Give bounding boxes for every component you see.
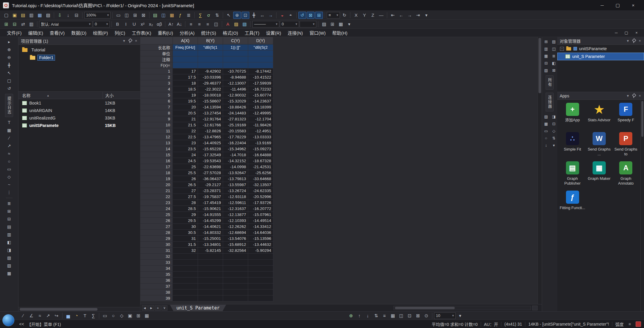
data-cell[interactable]: -17.45419 xyxy=(198,200,223,206)
close-button[interactable]: × xyxy=(625,0,641,10)
data-cell[interactable]: 17 xyxy=(173,68,198,74)
app-send-graphs-to-word[interactable]: WSend Graphs ... xyxy=(586,132,612,160)
data-cell[interactable]: 30.5 xyxy=(173,230,198,236)
zoom-in-tool-icon[interactable]: ⊕ xyxy=(5,46,13,53)
panel-menu-icon[interactable]: ▾ xyxy=(626,39,630,43)
decrease-font-icon[interactable]: A↓ xyxy=(176,21,183,28)
shape-diamond-icon[interactable]: ◇ xyxy=(118,312,126,319)
data-cell[interactable]: -12.31637 xyxy=(223,206,248,212)
data-cell[interactable]: 21.5 xyxy=(173,122,198,128)
data-cell[interactable]: -21.42531 xyxy=(248,164,273,170)
connector-tab[interactable]: 连接器 xyxy=(546,93,554,111)
data-cell[interactable] xyxy=(198,254,223,260)
data-cell[interactable]: -12.4951 xyxy=(248,128,273,134)
tree-item-tutorial[interactable]: Tutorial xyxy=(19,46,140,54)
shape-rect-icon[interactable]: ▭ xyxy=(101,312,109,319)
data-cell[interactable]: -14.23637 xyxy=(248,98,273,104)
data-cell[interactable] xyxy=(173,254,198,260)
subscript-icon[interactable]: x₂ xyxy=(147,21,155,28)
row-number[interactable]: 6 xyxy=(141,98,173,104)
open-icon[interactable]: ▤ xyxy=(19,12,27,19)
region-tool-icon[interactable]: ⋮ xyxy=(5,189,13,196)
data-cell[interactable]: 22.5 xyxy=(173,134,198,140)
underline-icon[interactable]: U xyxy=(130,21,138,28)
last-record-icon[interactable]: ⇥ xyxy=(414,12,422,19)
data-cell[interactable]: -14.13594 xyxy=(198,104,223,110)
header-cell[interactable] xyxy=(173,50,198,56)
circle-tool-icon[interactable]: ○ xyxy=(5,158,13,165)
data-cell[interactable] xyxy=(223,295,248,301)
data-cell[interactable]: -18.88426 xyxy=(223,104,248,110)
data-cell[interactable]: -13.92647 xyxy=(223,170,248,176)
sort-icon[interactable]: ⇅ xyxy=(213,12,221,19)
line-width-combo[interactable]: 0▾ xyxy=(280,21,299,27)
insert-pie-icon[interactable]: ◔ xyxy=(73,312,80,319)
dock-icon-6[interactable]: ≣ xyxy=(550,53,558,59)
insert-equation-icon[interactable]: ∑ xyxy=(89,312,97,319)
data-cell[interactable]: -12.91764 xyxy=(198,116,223,122)
dock-icon-8[interactable]: ◧ xyxy=(550,60,558,66)
data-cell[interactable]: -14.91555 xyxy=(198,212,223,218)
app-graph-publisher[interactable]: ▤Graph Publisher xyxy=(559,161,586,189)
apps-vscrollbar[interactable] xyxy=(640,100,644,311)
menu-item-6[interactable]: 工作表(K) xyxy=(129,29,155,37)
data-cell[interactable] xyxy=(198,260,223,266)
data-cell[interactable] xyxy=(173,260,198,266)
data-cell[interactable]: 31 xyxy=(173,236,198,242)
z-coordinate-icon[interactable]: Z xyxy=(369,12,377,19)
data-cell[interactable]: 17.5 xyxy=(173,74,198,80)
data-cell[interactable] xyxy=(248,260,273,266)
data-cell[interactable]: -15.68912 xyxy=(223,242,248,248)
layer-contents-icon[interactable]: ◫ xyxy=(397,312,405,319)
data-cell[interactable]: -27.81323 xyxy=(223,116,248,122)
stack-icon-4[interactable]: ▤ xyxy=(5,223,13,230)
row-number[interactable]: 7 xyxy=(141,104,173,110)
column-props-icon[interactable]: ▥ xyxy=(28,21,35,28)
data-cell[interactable]: -9.42902 xyxy=(198,68,223,74)
menu-item-0[interactable]: 文件(F) xyxy=(4,29,25,37)
dock-icon-9[interactable]: ▧ xyxy=(542,67,550,73)
increase-font-icon[interactable]: A↑ xyxy=(167,21,175,28)
row-label[interactable]: F(x)= xyxy=(141,62,173,68)
stack-icon-8[interactable]: ▧ xyxy=(5,254,13,261)
menu-item-1[interactable]: 编辑(E) xyxy=(25,29,46,37)
data-cell[interactable]: -13.26724 xyxy=(223,188,248,194)
data-cell[interactable]: -12.1704 xyxy=(248,116,273,122)
data-cell[interactable] xyxy=(223,283,248,289)
x-coordinate-icon[interactable]: X xyxy=(352,12,360,19)
arrow-draw-icon[interactable]: ↗ xyxy=(44,312,52,319)
y-coordinate-icon[interactable]: Y xyxy=(361,12,368,19)
rescale-icon[interactable]: ↔ xyxy=(258,12,266,19)
column-header-a[interactable]: A(X) xyxy=(173,37,198,45)
data-cell[interactable] xyxy=(198,283,223,289)
header-cell[interactable] xyxy=(173,56,198,62)
menu-item-3[interactable]: 数据(D) xyxy=(68,29,90,37)
user-avatar[interactable] xyxy=(2,314,14,326)
worksheet-vscrollbar[interactable] xyxy=(538,37,542,304)
row-number[interactable]: 19 xyxy=(141,176,173,182)
data-cell[interactable]: -14.40621 xyxy=(198,224,223,230)
data-cell[interactable]: -14.64036 xyxy=(248,230,273,236)
data-cell[interactable]: 29.5 xyxy=(173,218,198,224)
save-as-icon[interactable]: ▧ xyxy=(44,12,52,19)
menu-item-7[interactable]: 重构(U) xyxy=(155,29,176,37)
data-cell[interactable]: -27.57028 xyxy=(198,170,223,176)
dock-icon-2[interactable]: ▤ xyxy=(550,38,558,45)
swap-layers-icon[interactable]: ⇅ xyxy=(372,312,380,319)
data-cell[interactable]: 25.5 xyxy=(173,170,198,176)
italic-icon[interactable]: I xyxy=(122,21,130,28)
data-cell[interactable]: 18.5 xyxy=(173,86,198,92)
data-cell[interactable]: -13.34801 xyxy=(198,242,223,248)
app-stats-advisor[interactable]: ★Stats Advisor xyxy=(586,103,612,130)
database-import-icon[interactable]: ⊟ xyxy=(73,12,80,19)
data-cell[interactable]: -22.3022 xyxy=(198,86,223,92)
script-window-icon[interactable]: ⊠ xyxy=(307,12,315,19)
data-cell[interactable]: -25.19169 xyxy=(223,122,248,128)
dock-icon-16[interactable]: ◇ xyxy=(550,128,558,134)
font-size-combo[interactable]: 0▾ xyxy=(93,21,110,27)
data-cell[interactable] xyxy=(248,278,273,283)
stack-icon-5[interactable]: ▥ xyxy=(5,231,13,238)
row-number[interactable]: 37 xyxy=(141,283,173,289)
data-cell[interactable] xyxy=(198,272,223,278)
shape-circle-icon[interactable]: ○ xyxy=(109,312,117,319)
